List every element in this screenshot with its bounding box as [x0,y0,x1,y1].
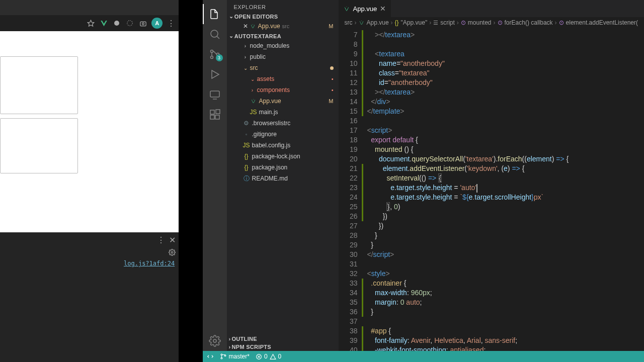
tree-folder[interactable]: ⌄assets• [227,73,339,84]
remote-icon[interactable] [203,84,227,105]
git-branch[interactable]: master* [220,353,250,360]
gear-icon[interactable] [169,249,176,256]
line-numbers: 7891011121314151617181920212223242526272… [339,28,362,351]
star-icon[interactable] [86,19,95,28]
gear-icon[interactable] [203,331,227,351]
svg-point-19 [221,354,222,355]
close-icon[interactable]: ✕ [380,5,386,13]
console-source-link[interactable]: log.js?1afd:24 [0,258,179,269]
search-icon[interactable] [203,24,227,44]
explorer-icon[interactable] [203,4,227,24]
svg-rect-12 [210,91,219,97]
svg-point-5 [171,251,173,253]
open-editors-section[interactable]: ⌄ OPEN EDITORS [227,12,339,21]
vscode-window: 3 EXPLORER ⌄ OPEN EDITORS ✕ [203,0,644,362]
svg-point-1 [114,21,119,26]
chevron-down-icon: ⌄ [250,76,255,82]
tree-file[interactable]: ⩒App.vueM [227,96,339,107]
page-textarea-2[interactable] [0,118,78,173]
kebab-menu-icon[interactable]: ⋮ [157,235,165,245]
chevron-right-icon: › [229,336,231,342]
tree-folder[interactable]: ⌄src [227,62,339,73]
activity-bar: 3 [203,0,227,351]
tree-file[interactable]: {}package.json [227,162,339,173]
chevron-down-icon: ⌄ [243,65,248,71]
chevron-right-icon: › [229,344,231,350]
status-bar: master* 0 0 [203,351,644,362]
svg-line-7 [217,36,219,39]
close-icon[interactable]: ✕ [169,235,176,245]
outline-section[interactable]: ›OUTLINE [227,335,339,343]
open-editor-item[interactable]: ✕ ⩒ App.vue src M [227,21,339,32]
project-section[interactable]: ⌄ AUTOTEXTAREA [227,32,339,40]
browser-titlebar [0,0,179,15]
browser-window: A ⋮ ⋮ ✕ log.js?1afd:24 [0,0,179,362]
text-cursor-icon [184,87,184,95]
remote-indicator[interactable] [207,353,214,360]
camera-icon[interactable] [138,19,147,28]
devtools-panel: ⋮ ✕ log.js?1afd:24 [0,232,179,362]
svg-point-2 [127,21,133,26]
browser-toolbar: A ⋮ [0,15,179,31]
page-content [0,31,179,232]
extension-dashed-icon[interactable] [125,19,134,28]
chevron-right-icon: › [243,43,248,49]
svg-marker-11 [212,70,219,78]
extensions-icon[interactable] [203,105,227,125]
close-icon[interactable]: ✕ [243,23,248,30]
svg-rect-17 [216,110,220,114]
tree-file[interactable]: ⓘREADME.md [227,173,339,184]
editor-tabs: ⩒ App.vue ✕ [339,0,644,17]
tree-file[interactable]: JSbabel.config.js [227,140,339,151]
svg-point-18 [213,339,216,342]
vue-icon: ⩒ [359,19,365,26]
tree-file[interactable]: {}package-lock.json [227,151,339,162]
vue-icon: ⩒ [344,5,350,13]
vue-icon[interactable] [99,19,108,28]
svg-point-20 [221,357,222,359]
svg-rect-3 [140,22,146,26]
svg-point-4 [142,23,144,25]
svg-point-9 [210,56,213,59]
tree-folder[interactable]: ›node_modules [227,40,339,51]
page-textarea-1[interactable] [0,56,78,114]
code-editor[interactable]: 7891011121314151617181920212223242526272… [339,28,644,351]
window-gap [179,0,202,362]
scm-badge: 3 [216,54,223,61]
problems-indicator[interactable]: 0 0 [256,353,281,360]
svg-marker-0 [88,20,94,26]
svg-point-8 [210,50,213,53]
tree-file[interactable]: JSmain.js [227,107,339,118]
chevron-right-icon: › [250,87,255,93]
npm-scripts-section[interactable]: ›NPM SCRIPTS [227,343,339,351]
breadcrumbs[interactable]: src› ⩒App.vue› {}"App.vue"› ☰script› ⊙mo… [339,17,644,28]
chevron-right-icon: › [243,54,248,60]
tree-file[interactable]: ◦.gitignore [227,129,339,140]
extension-small-icon[interactable] [112,19,121,28]
code-content[interactable]: ></textarea> <textarea name="anotherbody… [363,28,644,351]
avatar[interactable]: A [151,18,163,29]
svg-rect-16 [215,115,219,119]
svg-point-6 [211,30,218,37]
tree-folder[interactable]: ›components• [227,84,339,96]
tree-file[interactable]: ⚙.browserslistrc [227,118,339,129]
svg-rect-14 [210,110,214,114]
tree-folder[interactable]: ›public [227,51,339,62]
source-control-icon[interactable]: 3 [203,44,227,64]
sidebar: EXPLORER ⌄ OPEN EDITORS ✕ ⩒ App.vue src … [227,0,339,351]
debug-icon[interactable] [203,64,227,84]
tab-app-vue[interactable]: ⩒ App.vue ✕ [339,0,392,17]
chevron-down-icon: ⌄ [229,33,233,39]
chevron-down-icon: ⌄ [229,13,233,20]
explorer-title: EXPLORER [227,0,339,12]
svg-rect-15 [210,115,214,119]
editor-area: ⩒ App.vue ✕ src› ⩒App.vue› {}"App.vue"› … [339,0,644,351]
kebab-menu-icon[interactable]: ⋮ [167,19,176,28]
